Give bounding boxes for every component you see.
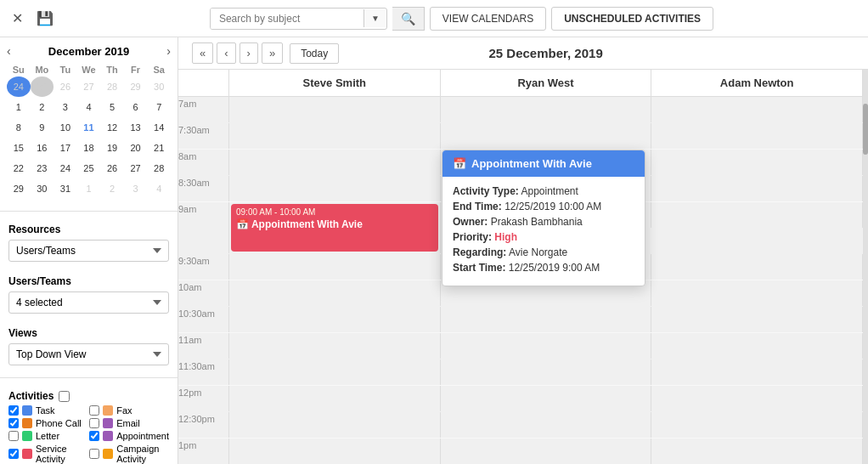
- appointment-block[interactable]: 09:00 AM - 10:00 AM📅 Appointment With Av…: [231, 204, 438, 252]
- search-icon-button[interactable]: 🔍: [392, 7, 425, 31]
- calendar-cell[interactable]: [651, 150, 863, 175]
- mini-cal-day[interactable]: 11: [77, 117, 101, 138]
- calendar-cell-half[interactable]: [441, 123, 652, 149]
- save-button[interactable]: 💾: [33, 7, 57, 30]
- mini-cal-day[interactable]: 26: [54, 76, 77, 97]
- calendar-cell[interactable]: [651, 202, 863, 228]
- calendar-cell[interactable]: [651, 386, 863, 411]
- mini-cal-day[interactable]: 18: [77, 138, 101, 158]
- next-button[interactable]: ›: [240, 42, 258, 64]
- calendar-cell-half[interactable]: [651, 254, 863, 280]
- mini-cal-day[interactable]: 2: [100, 178, 124, 199]
- calendar-cell-half[interactable]: [441, 359, 652, 385]
- calendar-cell-half[interactable]: [229, 307, 441, 332]
- activity-checkbox[interactable]: [89, 449, 99, 459]
- mini-cal-day[interactable]: 24: [54, 158, 77, 178]
- mini-cal-day[interactable]: 26: [100, 158, 124, 178]
- calendar-cell[interactable]: 09:00 AM - 10:00 AM📅 Appointment With Av…: [229, 202, 441, 253]
- mini-cal-day[interactable]: 14: [147, 117, 171, 138]
- calendar-cell[interactable]: [651, 97, 863, 122]
- view-calendars-button[interactable]: VIEW CALENDARS: [430, 7, 546, 31]
- mini-cal-day[interactable]: 28: [100, 76, 124, 97]
- users-teams-select[interactable]: 4 selected: [8, 291, 169, 314]
- mini-cal-day[interactable]: 29: [7, 178, 31, 199]
- mini-cal-day[interactable]: 25: [77, 158, 101, 178]
- calendar-cell-half[interactable]: [441, 412, 652, 438]
- calendar-cell-half[interactable]: [229, 176, 441, 201]
- calendar-cell-half[interactable]: [651, 412, 863, 438]
- calendar-cell-half[interactable]: [651, 176, 863, 201]
- mini-cal-day[interactable]: 25: [31, 76, 54, 97]
- calendar-cell-half[interactable]: [651, 359, 863, 385]
- mini-cal-day[interactable]: 30: [31, 178, 54, 199]
- calendar-cell[interactable]: [229, 280, 441, 306]
- mini-cal-day[interactable]: 4: [77, 97, 101, 117]
- calendar-cell-half[interactable]: [229, 254, 441, 280]
- close-button[interactable]: ✕: [8, 7, 26, 30]
- mini-cal-day[interactable]: 4: [147, 178, 171, 199]
- mini-cal-day[interactable]: 19: [100, 138, 124, 158]
- mini-cal-day[interactable]: 28: [147, 158, 171, 178]
- activity-checkbox[interactable]: [89, 405, 99, 416]
- mini-cal-day[interactable]: 10: [54, 117, 77, 138]
- next-month-button[interactable]: ›: [166, 44, 171, 58]
- mini-cal-day[interactable]: 8: [7, 117, 31, 138]
- mini-cal-day[interactable]: 12: [100, 117, 124, 138]
- last-page-button[interactable]: »: [262, 42, 283, 64]
- activity-checkbox[interactable]: [89, 431, 99, 441]
- mini-cal-day[interactable]: 23: [31, 158, 54, 178]
- mini-cal-day[interactable]: 24: [7, 76, 31, 97]
- unscheduled-activities-button[interactable]: UNSCHEDULED ACTIVITIES: [551, 7, 713, 31]
- scroll-thumb[interactable]: [863, 104, 868, 155]
- mini-cal-day[interactable]: 3: [124, 178, 148, 199]
- calendar-cell[interactable]: [229, 333, 441, 359]
- mini-cal-day[interactable]: 7: [147, 97, 171, 117]
- activity-checkbox[interactable]: [8, 418, 19, 428]
- calendar-cell[interactable]: [229, 439, 441, 464]
- activity-checkbox[interactable]: [8, 449, 19, 459]
- mini-cal-day[interactable]: 2: [31, 97, 54, 117]
- calendar-cell-half[interactable]: [651, 307, 863, 332]
- views-select[interactable]: Top Down View: [8, 343, 169, 365]
- calendar-cell[interactable]: [651, 280, 863, 306]
- mini-cal-day[interactable]: 5: [100, 97, 124, 117]
- activity-checkbox[interactable]: [8, 431, 19, 441]
- calendar-cell[interactable]: [229, 150, 441, 175]
- mini-cal-day[interactable]: 16: [31, 138, 54, 158]
- mini-cal-day[interactable]: 13: [124, 117, 148, 138]
- calendar-cell[interactable]: [651, 439, 863, 464]
- mini-cal-day[interactable]: 30: [147, 76, 171, 97]
- prev-month-button[interactable]: ‹: [7, 44, 11, 58]
- search-dropdown-arrow[interactable]: ▼: [364, 9, 386, 27]
- mini-cal-day[interactable]: 3: [54, 97, 77, 117]
- calendar-cell[interactable]: [441, 333, 652, 359]
- mini-cal-day[interactable]: 27: [77, 76, 101, 97]
- mini-cal-day[interactable]: 22: [7, 158, 31, 178]
- mini-cal-day[interactable]: 15: [7, 138, 31, 158]
- calendar-cell-half[interactable]: [229, 123, 441, 149]
- mini-cal-day[interactable]: 1: [7, 97, 31, 117]
- mini-cal-day[interactable]: 31: [54, 178, 77, 199]
- calendar-cell[interactable]: [651, 333, 863, 359]
- activities-checkbox[interactable]: [59, 391, 70, 402]
- first-page-button[interactable]: «: [192, 42, 213, 64]
- search-input[interactable]: [211, 8, 364, 29]
- mini-cal-day[interactable]: 27: [124, 158, 148, 178]
- calendar-cell[interactable]: [229, 386, 441, 411]
- mini-cal-day[interactable]: 29: [124, 76, 148, 97]
- mini-cal-day[interactable]: 20: [124, 138, 148, 158]
- mini-cal-day[interactable]: 6: [124, 97, 148, 117]
- activity-checkbox[interactable]: [89, 418, 99, 428]
- calendar-cell-half[interactable]: [229, 412, 441, 438]
- mini-cal-day[interactable]: 1: [77, 178, 101, 199]
- mini-cal-day[interactable]: 9: [31, 117, 54, 138]
- activity-checkbox[interactable]: [8, 405, 19, 416]
- mini-cal-day[interactable]: 21: [147, 138, 171, 158]
- calendar-cell-half[interactable]: [651, 123, 863, 149]
- calendar-cell-half[interactable]: [229, 359, 441, 385]
- calendar-cell[interactable]: [441, 439, 652, 464]
- mini-cal-day[interactable]: 17: [54, 138, 77, 158]
- calendar-cell-half[interactable]: [441, 307, 652, 332]
- prev-button[interactable]: ‹: [217, 42, 235, 64]
- calendar-cell[interactable]: [441, 97, 652, 122]
